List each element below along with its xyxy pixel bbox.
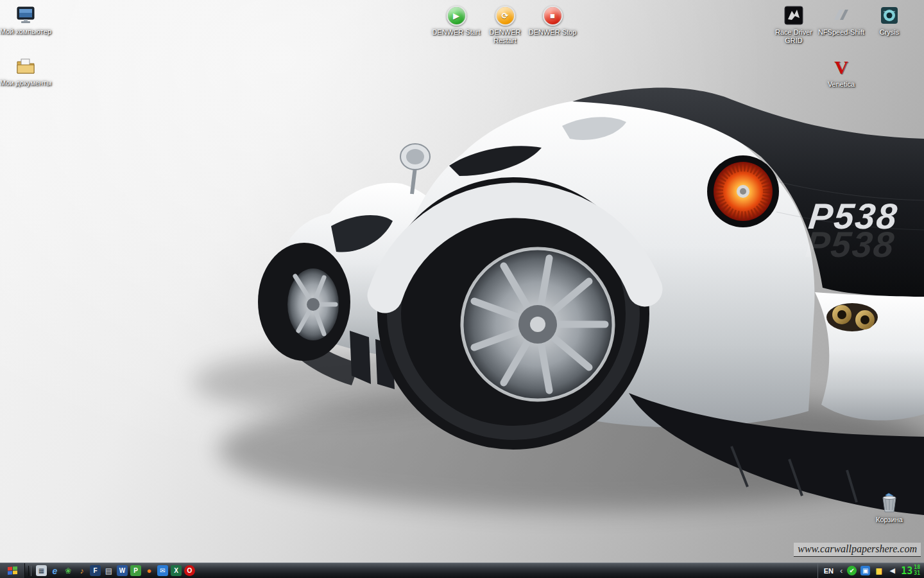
volume-icon[interactable]: ◀ — [887, 566, 897, 575]
desktop-icon-label: NFSpeed-Shift — [818, 28, 864, 37]
my-computer-icon — [15, 4, 37, 26]
stop-icon: ■ — [550, 12, 555, 20]
chart-icon[interactable]: ▆ — [874, 566, 884, 575]
desktop-icon-nfspeed-shift[interactable]: NFSpeed-Shift — [814, 4, 868, 37]
quick-launch-bar: ▦ e ❀ ♪ F ▤ W P ● ✉ X O — [35, 565, 196, 576]
wallpaper-car: P538 P538 — [0, 0, 924, 578]
desktop-icon-denwer-stop[interactable]: ■ DENWER Stop — [526, 4, 579, 37]
messenger-icon[interactable]: ✉ — [157, 565, 168, 576]
far-manager-icon[interactable]: F — [90, 565, 101, 576]
desktop-icon-denwer-restart[interactable]: ⟳ DENWER Restart — [478, 4, 532, 45]
race-driver-grid-icon — [783, 4, 805, 26]
restart-icon: ⟳ — [502, 12, 509, 20]
denwer-start-icon: ▶ — [445, 4, 467, 26]
show-desktop-icon[interactable]: ▦ — [36, 565, 47, 576]
desktop-icon-recycle-bin[interactable]: Корзина — [862, 492, 916, 524]
windows-logo-icon — [7, 566, 18, 575]
venetica-icon: V — [830, 57, 852, 78]
media-player-icon[interactable]: ❀ — [63, 565, 74, 576]
opera-icon[interactable]: O — [184, 565, 195, 576]
car-badge-reflection: P538 — [804, 224, 897, 265]
recycle-bin-icon — [878, 492, 900, 514]
clock-hour: 13 — [901, 565, 912, 577]
taskbar-empty-area[interactable] — [196, 563, 817, 578]
desktop-icon-crysis[interactable]: Crysis — [862, 4, 916, 37]
desktop[interactable]: P538 P538 Мой компьютер — [0, 0, 924, 578]
clock-minute-second: 18 31 — [914, 565, 920, 577]
car-badge: P538 — [807, 196, 900, 236]
chevron-left-icon[interactable]: ‹ — [839, 566, 843, 575]
desktop-icon-my-computer[interactable]: Мой компьютер — [0, 4, 53, 36]
clock-second: 31 — [914, 571, 920, 577]
winamp-icon[interactable]: ♪ — [76, 565, 87, 576]
desktop-icon-label: Мои документы — [0, 79, 51, 87]
system-tray: EN ‹ ✔ ▣ ▆ ◀ 13 18 31 — [817, 563, 924, 578]
desktop-icon-label: DENWER Start — [432, 28, 480, 37]
desktop-icon-denwer-start[interactable]: ▶ DENWER Start — [429, 4, 483, 37]
nfspeed-shift-icon — [830, 4, 852, 26]
desktop-icon-label: DENWER Restart — [478, 28, 532, 45]
monitor-icon[interactable]: ▣ — [860, 566, 870, 575]
play-icon: ▶ — [453, 12, 459, 20]
denwer-restart-icon: ⟳ — [494, 4, 516, 26]
browser-icon[interactable]: ● — [144, 565, 155, 576]
punto-switcher-icon[interactable]: P — [130, 565, 141, 576]
antivirus-icon[interactable]: ✔ — [847, 566, 857, 575]
venetica-v-glyph: V — [834, 58, 848, 77]
start-button[interactable] — [0, 563, 25, 578]
quick-launch-divider — [28, 566, 31, 576]
desktop-icon-label: DENWER Stop — [529, 28, 577, 37]
desktop-icon-venetica[interactable]: V Venetica — [814, 57, 868, 89]
denwer-stop-icon: ■ — [542, 4, 563, 26]
desktop-icon-label: Venetica — [828, 80, 855, 89]
taskbar[interactable]: ▦ e ❀ ♪ F ▤ W P ● ✉ X O EN ‹ ✔ ▣ ▆ ◀ 13 … — [0, 563, 924, 578]
taskbar-clock[interactable]: 13 18 31 — [901, 565, 920, 577]
internet-explorer-icon[interactable]: e — [49, 565, 60, 576]
desktop-icon-race-driver-grid[interactable]: Race Driver GRID — [767, 4, 821, 45]
wallpaper-watermark: www.carwallpapershere.com — [794, 543, 921, 557]
desktop-icon-label: Корзина — [876, 516, 903, 524]
desktop-icon-label: Crysis — [880, 28, 900, 37]
my-documents-icon — [15, 55, 37, 77]
desktop-icon-label: Race Driver GRID — [767, 28, 821, 45]
word-icon[interactable]: W — [117, 565, 128, 576]
crysis-icon — [878, 4, 900, 26]
desktop-icon-my-documents[interactable]: Мои документы — [0, 55, 53, 87]
excel-icon[interactable]: X — [171, 565, 182, 576]
desktop-icon-label: Мой компьютер — [0, 28, 51, 36]
language-indicator[interactable]: EN — [822, 566, 835, 575]
notepad-icon[interactable]: ▤ — [103, 565, 114, 576]
